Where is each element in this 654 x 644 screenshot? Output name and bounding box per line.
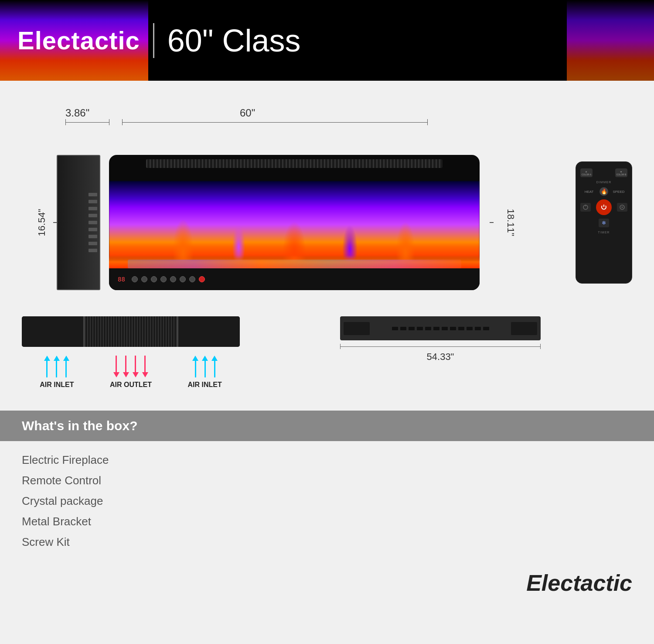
box-item-2: Remote Control <box>22 470 632 491</box>
bracket-hole-3 <box>409 327 415 330</box>
remote-control: ✕COLOR A ✦COLOR B DIMMER HEAT 🔥 SPEED <box>576 161 632 284</box>
bracket-hole-8 <box>450 327 456 330</box>
bracket-diagram-container: 54.33" <box>340 316 632 363</box>
airflow-arrows <box>22 349 240 377</box>
bracket-hole-4 <box>417 327 423 330</box>
btn-1[interactable] <box>132 276 138 282</box>
remote-heat-speed-row: HEAT 🔥 SPEED <box>580 187 627 196</box>
arrow-up-4 <box>192 356 198 377</box>
remote-icon-right[interactable] <box>617 203 627 212</box>
airflow-left-chamber <box>22 316 85 347</box>
btn-2[interactable] <box>141 276 147 282</box>
remote-power-button[interactable] <box>596 199 612 215</box>
arrow-down-3 <box>133 356 139 377</box>
arrow-down-4 <box>142 356 148 377</box>
depth-tick-left <box>65 119 66 125</box>
footer-brand: Electactic <box>526 570 632 596</box>
btn-6[interactable] <box>180 276 186 282</box>
btn-5[interactable] <box>170 276 176 282</box>
center-outlet-arrows <box>113 356 148 377</box>
remote-flame-icon: 🔥 <box>600 187 608 196</box>
bracket-section: 54.33" <box>340 316 632 363</box>
bracket-hole-6 <box>433 327 439 330</box>
remote-timer-label: TIMER <box>580 231 627 234</box>
bracket-hole-1 <box>392 327 398 330</box>
arrow-up-2 <box>54 356 60 377</box>
center-outlet-label: AIR OUTLET <box>110 381 152 389</box>
btn-3[interactable] <box>151 276 157 282</box>
box-item-1: Electric Fireplace <box>22 450 632 470</box>
height-front-tick-bottom <box>490 222 494 223</box>
remote-color-b[interactable]: ✦COLOR B <box>615 168 627 177</box>
dim-tick-right <box>540 344 541 349</box>
depth-line <box>65 122 109 123</box>
fireplace-diagram: 16.54" <box>22 155 632 290</box>
arrow-up-6 <box>211 356 218 377</box>
airflow-right-chamber <box>177 316 240 347</box>
depth-label: 3.86" <box>65 107 89 119</box>
width-tick-left <box>122 119 123 125</box>
box-item-3: Crystal package <box>22 491 632 511</box>
remote-icon-left[interactable] <box>580 203 591 212</box>
remote-bottom-icons: ❄ <box>580 219 627 227</box>
header-title: Electactic 60" Class <box>17 23 301 58</box>
bracket-left-section <box>344 322 370 335</box>
btn-7[interactable] <box>189 276 195 282</box>
main-content: 3.86" 60" 16.54" <box>0 81 654 613</box>
height-front-label: 18.11" <box>505 209 516 236</box>
bracket-diagram <box>340 316 541 340</box>
bracket-width-label: 54.33" <box>340 351 541 363</box>
box-header: What's in the box? <box>0 411 654 441</box>
top-vents <box>146 159 443 168</box>
remote-icon-row <box>580 199 627 215</box>
bracket-hole-7 <box>442 327 448 330</box>
width-label: 60" <box>240 107 255 119</box>
crystal-bed <box>128 260 461 268</box>
right-inlet-arrows <box>192 356 218 377</box>
airflow-labels: AIR INLET AIR OUTLET AIR INLET <box>22 381 240 389</box>
remote-color-row: ✕COLOR A ✦COLOR B <box>580 168 627 177</box>
box-item-4: Metal Bracket <box>22 511 632 532</box>
btn-4[interactable] <box>160 276 167 282</box>
side-view-diagram <box>57 155 100 290</box>
depth-tick-right <box>109 119 109 125</box>
bottom-top-view <box>22 316 240 347</box>
brand-footer: Electactic <box>22 570 632 596</box>
box-items-list: Electric Fireplace Remote Control Crysta… <box>22 441 632 561</box>
bracket-hole-12 <box>483 327 489 330</box>
dim-line <box>341 346 540 347</box>
arrow-down-2 <box>123 356 129 377</box>
bracket-hole-5 <box>425 327 431 330</box>
display-readout: 88 <box>118 276 125 283</box>
remote-color-a[interactable]: ✕COLOR A <box>580 168 593 177</box>
btn-power[interactable] <box>199 276 205 282</box>
bottom-diagrams: AIR INLET AIR OUTLET AIR INLET <box>22 316 632 389</box>
arrow-up-1 <box>44 356 50 377</box>
arrow-down-1 <box>113 356 119 377</box>
width-line <box>122 122 427 123</box>
arrow-up-5 <box>202 356 208 377</box>
flame-right-decoration <box>567 0 654 81</box>
header: Electactic 60" Class <box>0 0 654 81</box>
remote-heat-label: HEAT <box>580 190 598 194</box>
remote-snowflake-icon[interactable]: ❄ <box>599 219 609 227</box>
airflow-center-chamber <box>85 316 177 347</box>
bracket-hole-9 <box>458 327 464 330</box>
box-contents: What's in the box? Electric Fireplace Re… <box>22 411 632 596</box>
airflow-section: AIR INLET AIR OUTLET AIR INLET <box>22 316 314 389</box>
brand-name: Electactic <box>17 26 140 55</box>
side-slots <box>89 164 97 281</box>
left-inlet-arrows <box>44 356 69 377</box>
right-inlet-label: AIR INLET <box>188 381 222 389</box>
height-side-label: 16.54" <box>36 209 48 236</box>
remote-speed-label: SPEED <box>610 190 627 194</box>
bracket-hole-11 <box>475 327 481 330</box>
bottom-control-bar: 88 <box>109 268 480 290</box>
title-divider <box>153 23 154 58</box>
box-item-5: Screw Kit <box>22 532 632 552</box>
remote-dimmer-label: DIMMER <box>580 181 627 184</box>
box-header-text: What's in the box? <box>22 418 137 433</box>
control-buttons <box>132 276 205 282</box>
dimensions-section: 3.86" 60" 16.54" <box>22 98 632 290</box>
left-inlet-label: AIR INLET <box>40 381 74 389</box>
